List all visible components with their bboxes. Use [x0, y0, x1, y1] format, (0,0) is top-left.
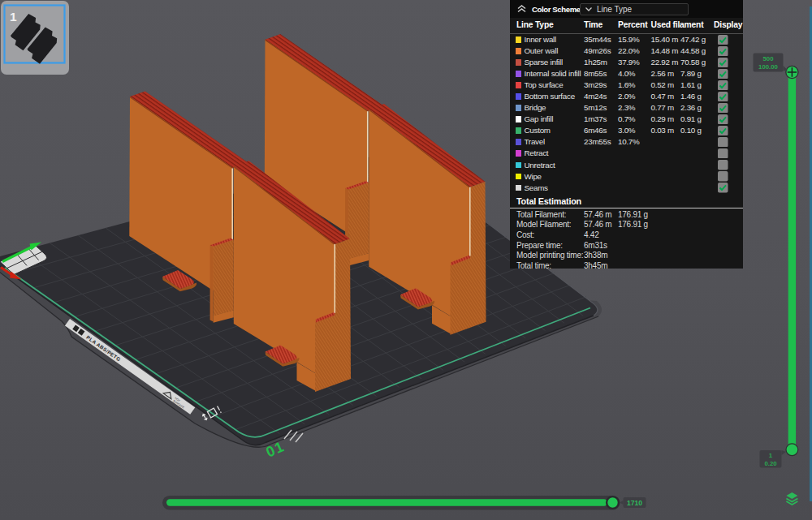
- svg-text:1: 1: [10, 10, 17, 24]
- svg-text:500: 500: [762, 55, 774, 62]
- svg-text:1: 1: [769, 452, 773, 459]
- svg-text:0.20: 0.20: [764, 460, 777, 467]
- svg-text:1710: 1710: [627, 499, 642, 507]
- svg-text:100.00: 100.00: [758, 63, 779, 71]
